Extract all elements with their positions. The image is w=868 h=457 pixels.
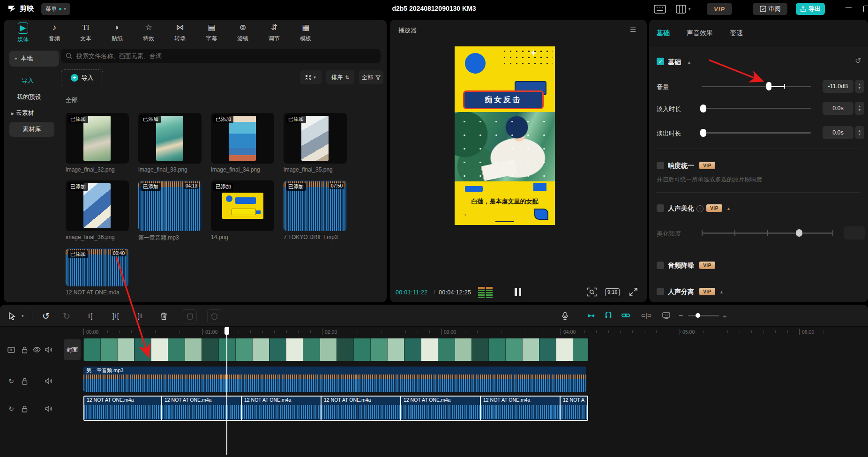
speaker-icon[interactable] — [44, 345, 53, 354]
media-card[interactable]: 已添加 image_final_33.png — [138, 113, 202, 173]
tab-captions[interactable]: ▤ 字幕 — [197, 22, 226, 43]
search-input[interactable] — [75, 52, 376, 60]
pause-button[interactable] — [515, 288, 521, 296]
fade-out-thumb[interactable] — [700, 129, 706, 137]
fade-out-slider[interactable] — [702, 132, 811, 134]
volume-slider[interactable] — [702, 86, 811, 87]
denoise-checkbox[interactable] — [657, 262, 664, 269]
audio-clip-segment[interactable]: 12 NOT AT ONE.m4a — [242, 397, 322, 420]
media-card[interactable]: 已添加 image_final_36.png — [66, 180, 129, 240]
tab-text[interactable]: TI 文本 — [71, 22, 100, 43]
eye-icon[interactable] — [32, 345, 41, 354]
linkage-toggle[interactable] — [620, 310, 632, 321]
vip-button[interactable]: VIP — [707, 3, 732, 15]
tab-audio[interactable]: ♪ 音频 — [40, 22, 69, 43]
voice-beautify-checkbox[interactable] — [657, 204, 664, 212]
preview-axis-toggle[interactable]: ⊂|⊃ — [640, 310, 652, 321]
media-card[interactable]: 已添加 07:50 7 TOKYO DRIFT.mp3 — [284, 180, 347, 240]
tab-speed[interactable]: 变速 — [730, 29, 743, 37]
tab-media[interactable]: ▶ 媒体 — [8, 22, 37, 44]
speaker-icon[interactable] — [44, 404, 53, 413]
audio-clip-group[interactable]: 12 NOT AT ONE.m4a 12 NOT AT ONE.m4a 12 N… — [83, 396, 588, 421]
fade-in-slider[interactable] — [702, 108, 811, 109]
tab-adjust[interactable]: ⇵ 调节 — [260, 22, 289, 43]
media-card[interactable]: 已添加 14.png — [211, 180, 274, 240]
volume-slider-thumb[interactable] — [766, 82, 771, 90]
tab-transition[interactable]: ⋈ 转场 — [165, 22, 195, 43]
select-tool-icon[interactable] — [8, 310, 15, 322]
media-card[interactable]: 已添加 image_final_35.png — [284, 113, 347, 173]
audio-clip-segment[interactable]: 12 NOT AT ONE.m4a — [481, 397, 561, 420]
filter-button[interactable]: 全部 — [359, 70, 383, 84]
tab-basic[interactable]: 基础 — [657, 29, 670, 37]
auto-snap-toggle[interactable] — [602, 310, 614, 321]
video-track-icon[interactable] — [7, 345, 16, 354]
ai-cutout-icon[interactable] — [183, 309, 197, 323]
sidebar-item-import[interactable]: 导入 — [22, 76, 34, 85]
voice-separation-checkbox[interactable] — [657, 288, 664, 295]
collapse-caret-icon[interactable]: ▲ — [687, 60, 691, 65]
sidebar-item-library[interactable]: 素材库 — [9, 122, 54, 137]
export-button[interactable]: 导出 — [796, 3, 825, 15]
audio-clip-segment[interactable]: 12 NOT AT ONE.m4a — [84, 397, 162, 420]
tab-filters[interactable]: ⊚ 滤镜 — [228, 22, 257, 43]
search-bar[interactable] — [61, 49, 381, 63]
media-card[interactable]: 已添加 04:13 第一章音频.mp3 — [138, 180, 202, 242]
aspect-ratio-button[interactable]: 9:16 — [605, 288, 620, 296]
tab-templates[interactable]: ▦ 模板 — [291, 22, 320, 43]
basic-section-checkbox[interactable]: ✓ — [657, 58, 664, 65]
video-clip[interactable] — [83, 338, 588, 361]
collapse-caret-icon[interactable]: ▲ — [719, 290, 724, 294]
lock-icon[interactable] — [20, 376, 29, 386]
audio-clip-chapter1[interactable]: 第一章音频.mp3 — [83, 367, 586, 392]
fade-out-value[interactable]: 0.0s — [823, 126, 853, 139]
undo-icon[interactable]: ↺ — [42, 310, 50, 322]
volume-value[interactable]: -11.0dB — [823, 80, 853, 93]
tab-sticker[interactable]: ◗ 贴纸 — [103, 22, 132, 43]
fade-out-stepper[interactable]: ▲▼ — [855, 126, 864, 139]
zoom-in-icon[interactable]: + — [723, 310, 727, 322]
help-icon[interactable]: ? — [696, 205, 703, 212]
audio-clip-segment[interactable]: 12 NOT A — [561, 397, 587, 420]
tab-effects[interactable]: ☆ 特效 — [134, 22, 163, 43]
zoom-out-icon[interactable]: − — [679, 310, 683, 322]
minimize-button[interactable]: — — [846, 4, 852, 11]
mask-icon[interactable] — [207, 309, 221, 323]
redo-icon[interactable]: ↻ — [63, 310, 70, 322]
lock-icon[interactable] — [20, 345, 29, 354]
sidebar-item-cloud[interactable]: ▶ 云素材 — [11, 109, 34, 117]
layout-dropdown-icon[interactable]: ▾ — [688, 7, 691, 11]
media-card[interactable]: 已添加 image_final_34.png — [211, 113, 274, 173]
select-dropdown-icon[interactable]: ▾ — [22, 310, 24, 322]
review-button[interactable]: 审阅 — [753, 3, 787, 15]
speaker-icon[interactable] — [44, 376, 53, 386]
timeline-zoom-thumb[interactable] — [696, 313, 700, 318]
playhead-head[interactable] — [224, 327, 229, 335]
view-grid-button[interactable]: ▾ — [300, 70, 322, 84]
preview-cover[interactable]: 痴女反击 ▲ ▽ 白莲，是本虐文里的女配 → — [455, 46, 555, 225]
layout-panels-icon[interactable] — [676, 5, 686, 14]
audio-clip-segment[interactable]: 12 NOT AT ONE.m4a — [401, 397, 481, 420]
fade-in-thumb[interactable] — [700, 105, 706, 112]
fade-in-stepper[interactable]: ▲▼ — [855, 102, 864, 115]
timeline-zoom-slider[interactable] — [688, 315, 719, 316]
zoom-preview-button[interactable] — [587, 287, 597, 297]
playhead-line[interactable] — [226, 328, 227, 455]
player-menu-icon[interactable]: ☰ — [630, 25, 636, 34]
fullscreen-button[interactable] — [629, 287, 638, 296]
media-card[interactable]: 已添加 image_final_32.png — [66, 113, 129, 173]
split-icon[interactable]: I[ — [88, 310, 93, 322]
lock-icon[interactable] — [20, 404, 29, 413]
trim-right-icon[interactable]: ]I — [138, 310, 142, 322]
media-card[interactable]: 已添加 00:40 12 NOT AT ONE.m4a — [66, 248, 129, 296]
audio-clip-segment[interactable]: 12 NOT AT ONE.m4a — [162, 397, 242, 420]
audio-track-icon[interactable]: ↻ — [7, 376, 16, 386]
timeline-ruler[interactable]: 00:00 01:00 02:00 03:00 04:00 05:00 06:0… — [83, 327, 868, 337]
volume-stepper[interactable]: ▲▼ — [855, 80, 864, 93]
record-audio-icon[interactable] — [561, 310, 569, 322]
menu-button[interactable]: 菜单 ▾ — [41, 3, 70, 15]
trim-left-icon[interactable]: ]I[ — [112, 310, 120, 322]
reset-icon[interactable]: ↺ — [855, 56, 861, 65]
audio-track-icon[interactable]: ↻ — [7, 404, 16, 413]
fade-in-value[interactable]: 0.0s — [823, 102, 853, 115]
